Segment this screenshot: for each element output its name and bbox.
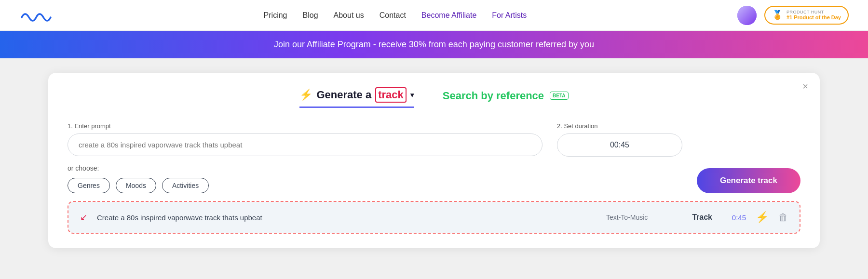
beta-badge: BETA [550,92,568,100]
play-arrow-icon[interactable]: ↙ [80,212,87,223]
tab-generate[interactable]: ⚡ Generate a track ▾ [299,87,413,108]
nav-pricing[interactable]: Pricing [264,11,287,20]
close-button[interactable]: × [802,81,808,91]
left-section: 1. Enter prompt 2. Set duration or choos… [68,122,682,193]
inputs-row: 1. Enter prompt 2. Set duration [68,122,682,157]
track-label: Track [674,213,712,222]
track-list: ↙ Create a 80s inspired vaporwave track … [68,201,800,234]
prompt-input[interactable] [68,133,542,156]
nav-about[interactable]: About us [334,11,364,20]
tag-moods[interactable]: Moods [116,178,156,193]
nav-contact[interactable]: Contact [380,11,406,20]
tab-generate-label: Generate a [316,89,371,101]
duration-input[interactable] [557,133,682,157]
or-choose-label: or choose: [68,164,682,172]
ph-label: PRODUCT HUNT [787,10,841,15]
prompt-label: 1. Enter prompt [68,122,542,130]
nav-right: 🏅 PRODUCT HUNT #1 Product of the Day [737,6,849,25]
track-title: Create a 80s inspired vaporwave track th… [97,213,597,222]
avatar-image [737,6,757,25]
duration-label: 2. Set duration [557,122,682,130]
logo[interactable] [19,7,53,24]
right-section: Generate track [697,168,800,193]
nav-affiliate[interactable]: Become Affiliate [421,11,476,20]
ph-title: #1 Product of the Day [787,14,841,21]
track-type: Text-To-Music [606,213,664,221]
product-hunt-badge[interactable]: 🏅 PRODUCT HUNT #1 Product of the Day [764,6,849,25]
tag-genres[interactable]: Genres [68,178,110,193]
nav-blog[interactable]: Blog [303,11,318,20]
logo-icon [19,7,53,24]
chevron-down-icon: ▾ [410,91,414,99]
tab-search-label: Search by reference [443,90,544,102]
tabs: ⚡ Generate a track ▾ Search by reference… [68,87,800,108]
main-card: × ⚡ Generate a track ▾ Search by referen… [48,73,820,248]
medal-icon: 🏅 [772,10,783,20]
tab-track-word: track [375,87,407,103]
bolt-icon: ⚡ [299,89,312,101]
form-area: 1. Enter prompt 2. Set duration or choos… [68,122,800,193]
tag-activities[interactable]: Activities [162,178,209,193]
lightning-icon[interactable]: ⚡ [756,211,769,224]
ph-text: PRODUCT HUNT #1 Product of the Day [787,10,841,21]
banner-text: Join our Affiliate Program - receive 30%… [274,40,594,49]
duration-group: 2. Set duration [557,122,682,157]
track-duration: 0:45 [722,213,746,222]
nav-artists[interactable]: For Artists [492,11,527,20]
main-content: × ⚡ Generate a track ▾ Search by referen… [0,58,868,263]
avatar[interactable] [737,6,757,25]
affiliate-banner[interactable]: Join our Affiliate Program - receive 30%… [0,31,868,58]
tab-search[interactable]: Search by reference BETA [443,90,569,106]
tag-buttons: Genres Moods Activities [68,178,682,193]
generate-button[interactable]: Generate track [697,168,800,193]
nav-links: Pricing Blog About us Contact Become Aff… [264,11,527,20]
table-row: ↙ Create a 80s inspired vaporwave track … [68,202,800,233]
prompt-group: 1. Enter prompt [68,122,542,156]
navbar: Pricing Blog About us Contact Become Aff… [0,0,868,31]
delete-icon[interactable]: 🗑 [778,212,788,223]
